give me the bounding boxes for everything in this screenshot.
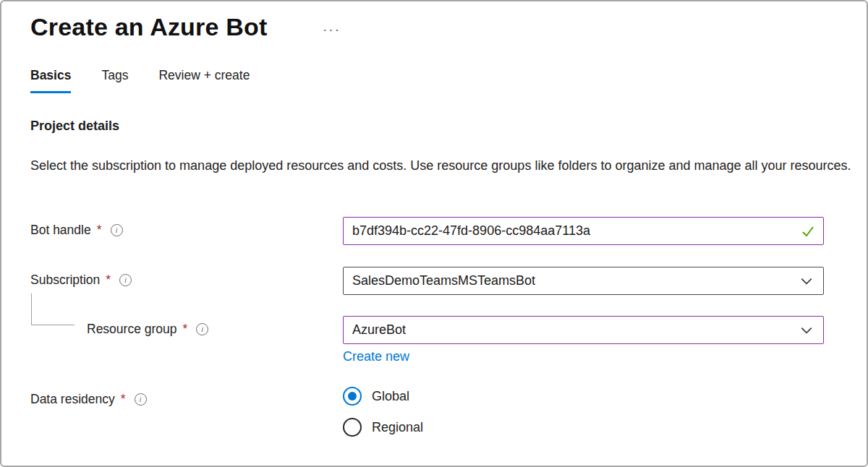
bot-handle-label-text: Bot handle [30,223,91,238]
more-options-icon[interactable]: ··· [323,22,341,38]
required-asterisk: * [183,322,188,337]
create-azure-bot-page: Create an Azure Bot ··· Basics Tags Revi… [0,0,868,467]
required-asterisk: * [121,392,126,407]
project-details-description: Select the subscription to manage deploy… [30,155,851,176]
tab-basics[interactable]: Basics [30,68,71,93]
data-residency-label-text: Data residency [30,392,115,407]
tab-review-create[interactable]: Review + create [158,68,250,93]
radio-global[interactable]: Global [343,387,409,406]
bot-handle-input[interactable] [343,217,824,245]
resource-group-value: AzureBot [352,322,406,338]
radio-regional[interactable]: Regional [343,418,423,437]
resource-group-connector-line [31,294,75,325]
info-icon[interactable]: i [196,323,208,335]
resource-group-label: Resource group * i [87,322,208,337]
radio-unselected-icon [343,418,362,437]
required-asterisk: * [106,273,111,288]
page-title: Create an Azure Bot [30,13,268,41]
resource-group-label-text: Resource group [87,322,177,337]
radio-selected-icon [343,387,362,406]
data-residency-label: Data residency * i [30,392,147,407]
subscription-value: SalesDemoTeamsMSTeamsBot [352,273,535,288]
subscription-label-text: Subscription [30,273,100,288]
tab-bar: Basics Tags Review + create [30,68,250,93]
radio-global-label: Global [372,389,409,404]
tab-tags[interactable]: Tags [101,68,128,93]
chevron-down-icon [800,324,813,337]
info-icon[interactable]: i [119,274,132,286]
bot-handle-field [343,217,824,245]
resource-group-dropdown[interactable]: AzureBot [343,316,824,344]
bot-handle-label: Bot handle * i [30,223,123,238]
info-icon[interactable]: i [111,224,123,236]
subscription-label: Subscription * i [30,273,132,288]
radio-regional-label: Regional [372,420,423,435]
required-asterisk: * [97,223,102,238]
chevron-down-icon [800,275,813,288]
subscription-dropdown[interactable]: SalesDemoTeamsMSTeamsBot [343,267,824,295]
info-icon[interactable]: i [135,393,147,406]
section-heading-project-details: Project details [30,119,119,134]
create-new-link[interactable]: Create new [343,349,409,364]
